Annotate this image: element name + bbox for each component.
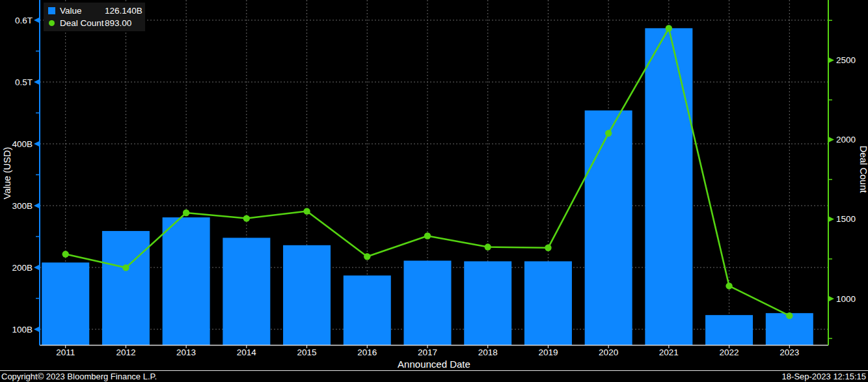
deal-count-point-2019[interactable] — [545, 245, 551, 251]
deal-count-point-2016[interactable] — [364, 253, 370, 260]
legend-value-value: 126.140B — [105, 6, 142, 16]
right-tick-arrow-icon — [828, 57, 834, 63]
right-tick-label: 2500 — [836, 55, 856, 65]
right-tick-label: 1500 — [836, 214, 856, 224]
deal-count-series-swatch-icon — [49, 20, 55, 26]
legend[interactable]: Value 126.140B Deal Count 893.00 — [44, 3, 145, 31]
deal-count-point-2023[interactable] — [786, 312, 793, 319]
deal-count-point-2011[interactable] — [62, 251, 69, 257]
bar-2011[interactable] — [42, 262, 89, 345]
deal-count-point-2022[interactable] — [726, 282, 732, 289]
x-tick-label-2020: 2020 — [599, 348, 618, 357]
bloomberg-chart-window: 2011201220132014201520162017201820192020… — [0, 0, 868, 382]
bar-2022[interactable] — [705, 315, 753, 345]
bar-2019[interactable] — [524, 262, 572, 346]
legend-value-deal-count: 893.00 — [105, 18, 131, 28]
left-tick-arrow-icon — [34, 141, 40, 147]
legend-item-value[interactable]: Value 126.140B — [48, 5, 141, 17]
left-tick-label: 200B — [12, 263, 33, 273]
left-axis-title: Value (USD) — [2, 147, 12, 199]
bar-2015[interactable] — [283, 245, 331, 346]
deal-count-point-2015[interactable] — [303, 208, 310, 214]
x-axis-title: Announced Date — [398, 359, 470, 370]
x-tick-label-2021: 2021 — [659, 348, 679, 357]
x-tick-label-2019: 2019 — [538, 348, 558, 357]
x-tick-label-2023: 2023 — [780, 348, 799, 357]
right-tick-arrow-icon — [828, 216, 834, 222]
bar-2016[interactable] — [344, 275, 391, 345]
bar-2018[interactable] — [464, 262, 511, 346]
chart-canvas: 2011201220132014201520162017201820192020… — [0, 0, 868, 382]
left-tick-label: 0.5T — [15, 77, 33, 87]
right-axis-title: Deal Count — [858, 146, 868, 193]
legend-label-value: Value — [60, 6, 105, 16]
right-tick-arrow-icon — [828, 137, 834, 143]
left-tick-label: 100B — [12, 325, 33, 334]
left-tick-arrow-icon — [34, 18, 40, 23]
deal-count-point-2018[interactable] — [485, 243, 491, 250]
bar-2014[interactable] — [223, 238, 270, 345]
legend-label-deal-count: Deal Count — [60, 18, 105, 28]
left-tick-arrow-icon — [34, 79, 40, 85]
left-tick-arrow-icon — [34, 327, 40, 333]
bar-2012[interactable] — [102, 231, 150, 346]
timestamp-text: 18-Sep-2023 12:15:15 — [782, 372, 866, 381]
deal-count-point-2014[interactable] — [243, 215, 250, 221]
left-tick-label: 300B — [12, 201, 33, 211]
bar-2017[interactable] — [403, 261, 451, 346]
bar-2021[interactable] — [645, 28, 692, 345]
left-tick-label: 0.6T — [15, 16, 33, 25]
footer-bar: Copyright© 2023 Bloomberg Finance L.P. 1… — [0, 370, 868, 382]
deal-count-point-2021[interactable] — [666, 25, 672, 31]
legend-item-deal-count[interactable]: Deal Count 893.00 — [48, 17, 141, 29]
bar-2013[interactable] — [163, 217, 210, 345]
x-tick-label-2017: 2017 — [418, 348, 437, 357]
deal-count-point-2012[interactable] — [122, 264, 129, 271]
x-tick-label-2014: 2014 — [237, 348, 257, 357]
left-tick-label: 400B — [12, 139, 33, 149]
deal-count-point-2013[interactable] — [183, 210, 189, 216]
right-tick-arrow-icon — [828, 296, 834, 302]
x-tick-label-2015: 2015 — [297, 348, 317, 357]
x-tick-label-2013: 2013 — [176, 348, 196, 357]
x-tick-label-2011: 2011 — [56, 348, 75, 357]
bar-2020[interactable] — [585, 111, 632, 346]
deal-count-point-2020[interactable] — [605, 130, 612, 137]
right-tick-label: 2000 — [836, 135, 856, 144]
value-series-swatch-icon — [48, 7, 55, 14]
left-tick-arrow-icon — [34, 265, 40, 271]
x-tick-label-2018: 2018 — [478, 348, 498, 357]
deal-count-point-2017[interactable] — [424, 232, 431, 239]
x-tick-label-2012: 2012 — [116, 348, 135, 357]
left-tick-arrow-icon — [34, 203, 40, 209]
copyright-text: Copyright© 2023 Bloomberg Finance L.P. — [1, 372, 157, 381]
x-tick-label-2016: 2016 — [357, 348, 377, 357]
right-tick-label: 1000 — [836, 294, 856, 304]
x-tick-label-2022: 2022 — [720, 348, 739, 357]
